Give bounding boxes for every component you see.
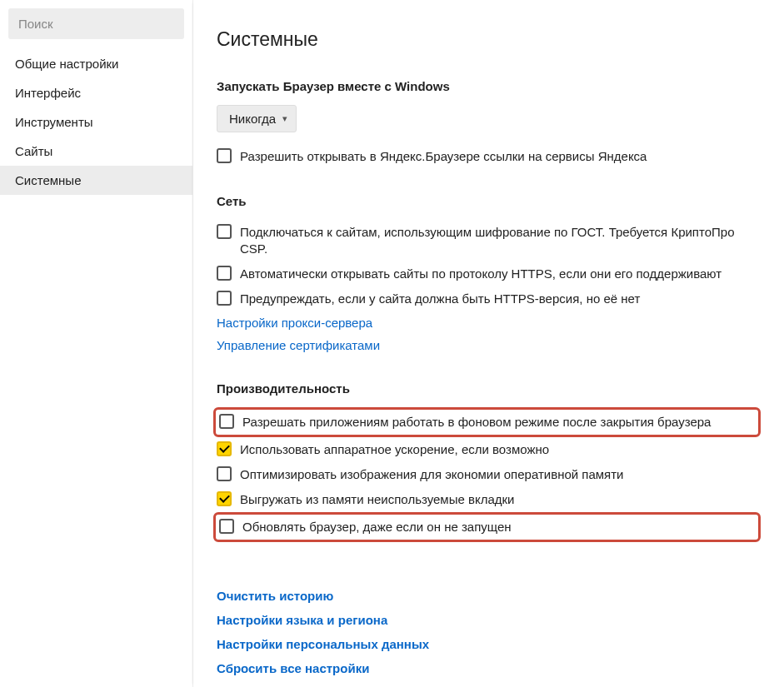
personal-data-link[interactable]: Настройки персональных данных <box>217 637 429 651</box>
search-input[interactable] <box>18 17 174 31</box>
section-network: Сеть Подключаться к сайтам, использующим… <box>217 194 761 356</box>
startup-heading: Запускать Браузер вместе с Windows <box>217 79 761 93</box>
checkbox-bg-apps-label: Разрешать приложениям работать в фоновом… <box>242 414 711 431</box>
page-title: Системные <box>217 28 761 51</box>
checkbox-hw-accel-label: Использовать аппаратное ускорение, если … <box>240 441 549 458</box>
performance-heading: Производительность <box>217 381 761 396</box>
section-startup: Запускать Браузер вместе с Windows Никог… <box>217 79 761 169</box>
section-performance: Производительность Разрешать приложениям… <box>217 381 761 542</box>
checkbox-allow-open-yandex-label: Разрешить открывать в Яндекс.Браузере сс… <box>240 148 647 165</box>
clear-history-link[interactable]: Очистить историю <box>217 589 333 603</box>
checkbox-hw-accel[interactable] <box>217 441 232 456</box>
checkbox-unload-tabs-label: Выгружать из памяти неиспользуемые вклад… <box>240 491 514 508</box>
sidebar-item-system[interactable]: Системные <box>0 166 192 195</box>
sidebar-item-tools[interactable]: Инструменты <box>0 107 192 137</box>
checkbox-gost-label: Подключаться к сайтам, использующим шифр… <box>240 224 761 257</box>
checkbox-optimize-images-label: Оптимизировать изображения для экономии … <box>240 466 623 483</box>
sidebar: Общие настройки Интерфейс Инструменты Са… <box>0 0 193 687</box>
bottom-links: Очистить историю Настройки языка и регио… <box>217 584 761 680</box>
lang-region-link[interactable]: Настройки языка и региона <box>217 613 387 627</box>
checkbox-update-bg-label: Обновлять браузер, даже если он не запущ… <box>242 519 512 535</box>
checkbox-https-warn-label: Предупреждать, если у сайта должна быть … <box>240 291 640 307</box>
checkbox-https-open-label: Автоматически открывать сайты по протоко… <box>240 266 722 282</box>
sidebar-item-sites[interactable]: Сайты <box>0 137 192 166</box>
sidebar-item-interface[interactable]: Интерфейс <box>0 78 192 107</box>
checkbox-optimize-images[interactable] <box>217 466 232 481</box>
search-box <box>8 8 184 39</box>
checkbox-bg-apps[interactable] <box>219 414 234 429</box>
checkbox-allow-open-yandex[interactable] <box>217 148 232 163</box>
checkbox-https-warn[interactable] <box>217 291 232 306</box>
checkbox-update-bg[interactable] <box>219 519 234 534</box>
checkbox-https-open[interactable] <box>217 266 232 281</box>
network-heading: Сеть <box>217 194 761 208</box>
checkbox-gost[interactable] <box>217 224 232 239</box>
sidebar-item-general[interactable]: Общие настройки <box>0 49 192 78</box>
proxy-settings-link[interactable]: Настройки прокси-сервера <box>217 316 372 330</box>
chevron-down-icon: ▾ <box>282 113 287 124</box>
startup-mode-value: Никогда <box>229 112 276 126</box>
reset-all-link[interactable]: Сбросить все настройки <box>217 661 369 675</box>
main-panel: Системные Запускать Браузер вместе с Win… <box>193 0 784 687</box>
certificates-link[interactable]: Управление сертификатами <box>217 338 380 352</box>
startup-mode-select[interactable]: Никогда ▾ <box>217 105 297 132</box>
checkbox-unload-tabs[interactable] <box>217 491 232 506</box>
